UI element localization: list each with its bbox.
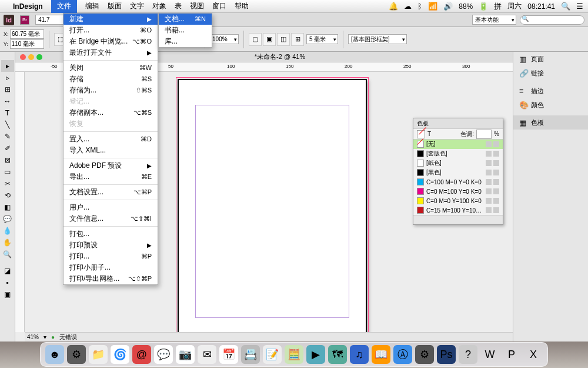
volume-icon[interactable]: 🔊	[443, 2, 453, 11]
submenu-item[interactable]: 书籍...	[159, 25, 212, 36]
zoom-pct-dropdown[interactable]: 100%	[209, 34, 239, 44]
hand-tool-icon[interactable]: ✋	[1, 237, 14, 248]
dock-app-icon[interactable]: 🌀	[111, 345, 129, 364]
dock-app-icon[interactable]: ☻	[45, 345, 64, 364]
selection-tool-icon[interactable]: ▸	[1, 60, 14, 72]
swatch-row[interactable]: [黑色]	[413, 168, 503, 177]
x-coord-input[interactable]	[10, 29, 44, 39]
input-icon[interactable]: 拼	[494, 1, 502, 12]
menu-item[interactable]: 存储副本...⌥⌘S	[64, 107, 158, 118]
scissors-tool-icon[interactable]: ✂	[1, 178, 14, 190]
menu-type[interactable]: 文字	[130, 1, 144, 11]
menu-file[interactable]: 文件	[51, 0, 77, 13]
direct-selection-tool-icon[interactable]: ▹	[1, 72, 14, 84]
panel-button[interactable]: ▦色板	[513, 115, 588, 130]
menu-table[interactable]: 表	[175, 1, 182, 11]
submenu-item[interactable]: 文档...⌘N	[159, 14, 212, 25]
dock-app-icon[interactable]: Ⓐ	[393, 345, 412, 364]
dock-app-icon[interactable]: 📇	[241, 345, 260, 364]
tint-input[interactable]	[476, 130, 492, 139]
zoom-tool-icon[interactable]: 🔍	[1, 248, 14, 260]
page-tool-icon[interactable]: ⊞	[1, 84, 14, 95]
note-tool-icon[interactable]: 💬	[1, 213, 14, 225]
type-toggle-icon[interactable]: T	[427, 131, 431, 137]
workspace-dropdown[interactable]: 基本功能	[472, 15, 516, 25]
page[interactable]	[178, 79, 367, 342]
swatch-row[interactable]: [套版色]	[413, 149, 503, 158]
pen-tool-icon[interactable]: ✎	[1, 131, 14, 142]
wifi-icon[interactable]: 📶	[428, 2, 437, 11]
menu-item[interactable]: 导入 XML...	[64, 145, 158, 156]
battery-icon[interactable]: 🔋	[479, 2, 488, 11]
submenu-item[interactable]: 库...	[159, 36, 212, 47]
menu-object[interactable]: 对象	[152, 1, 166, 11]
menu-item[interactable]: Adobe PDF 预设▶	[64, 160, 158, 171]
dock-app-icon[interactable]: P	[502, 345, 521, 364]
minimize-window-icon[interactable]	[28, 54, 34, 60]
eyedropper-tool-icon[interactable]: 💧	[1, 225, 14, 237]
dock-app-icon[interactable]: 🗺	[328, 345, 347, 364]
panel-button[interactable]: 🔗链接	[513, 66, 588, 80]
dock-app-icon[interactable]: ▶	[306, 345, 325, 364]
menu-item[interactable]: 打印...⌘P	[64, 251, 158, 262]
dock-app-icon[interactable]: W	[480, 345, 499, 364]
dock-app-icon[interactable]: 🧮	[285, 345, 303, 364]
menu-view[interactable]: 视图	[190, 1, 204, 11]
dock-app-icon[interactable]: 📖	[372, 345, 390, 364]
dock-app-icon[interactable]: ⚙	[67, 345, 86, 364]
rect-tool-icon[interactable]: ▭	[1, 166, 14, 178]
menu-item[interactable]: 打印小册子...	[64, 262, 158, 273]
color-toggle-icon[interactable]: ▪	[1, 277, 14, 289]
menu-layout[interactable]: 版面	[108, 1, 122, 11]
menu-item[interactable]: 用户...	[64, 202, 158, 213]
bluetooth-icon[interactable]: ᛒ	[417, 2, 422, 11]
app-name[interactable]: InDesign	[13, 2, 43, 11]
zoom-window-icon[interactable]	[36, 54, 42, 60]
menu-item[interactable]: 打印/导出网格...⌥⇧⌘P	[64, 273, 158, 284]
list-icon[interactable]: ☰	[576, 2, 583, 11]
search-input[interactable]	[520, 15, 584, 25]
transform-tool-icon[interactable]: ⟲	[1, 190, 14, 201]
rect-frame-tool-icon[interactable]: ⊠	[1, 154, 14, 166]
preflight-icon[interactable]: ●	[51, 334, 55, 340]
status-zoom[interactable]: 41%	[27, 334, 39, 340]
spotlight-icon[interactable]: 🔍	[561, 2, 570, 11]
dock-app-icon[interactable]: ✉	[198, 345, 216, 364]
menu-window[interactable]: 窗口	[212, 1, 226, 11]
dock-app-icon[interactable]: @	[132, 345, 151, 364]
tool-icon[interactable]: ◫	[277, 33, 290, 46]
menu-item[interactable]: 打开...⌘O	[64, 25, 158, 36]
dock-app-icon[interactable]: ♫	[350, 345, 369, 364]
gradient-tool-icon[interactable]: ◧	[1, 201, 14, 213]
tool-icon[interactable]: ▢	[249, 33, 262, 46]
dock-app-icon[interactable]: ⚙	[415, 345, 434, 364]
panel-button[interactable]: ▥页面	[513, 52, 588, 66]
dock-app-icon[interactable]: Ps	[437, 345, 456, 364]
dock-app-icon[interactable]: ?	[459, 345, 477, 364]
dock-app-icon[interactable]: 📝	[263, 345, 282, 364]
dock-app-icon[interactable]: 📷	[176, 345, 195, 364]
dock-app-icon[interactable]: 💬	[154, 345, 173, 364]
tool-icon[interactable]: ⊞	[291, 33, 304, 46]
bridge-icon[interactable]: Br	[20, 15, 29, 25]
pencil-tool-icon[interactable]: ✐	[1, 142, 14, 154]
cloud-icon[interactable]: ☁	[404, 2, 412, 11]
type-tool-icon[interactable]: T	[1, 107, 14, 119]
swatch-row[interactable]: C=15 M=100 Y=100 K=0	[413, 205, 503, 215]
menu-item[interactable]: 最近打开文件▶	[64, 47, 158, 58]
view-mode-icon[interactable]: ▣	[1, 289, 14, 300]
menu-item[interactable]: 置入...⌘D	[64, 134, 158, 145]
dock-app-icon[interactable]: X	[524, 345, 543, 364]
menu-item[interactable]: 存储⌘S	[64, 74, 158, 85]
menu-edit[interactable]: 编辑	[85, 1, 99, 11]
menu-item[interactable]: 存储为...⇧⌘S	[64, 85, 158, 96]
swatch-row[interactable]: C=100 M=0 Y=0 K=0	[413, 177, 503, 187]
size-dropdown[interactable]: 5 毫米	[306, 34, 338, 44]
vertical-ruler[interactable]	[15, 72, 25, 332]
frame-type-dropdown[interactable]: [基本图形框架]	[348, 34, 407, 44]
swatch-row[interactable]: [无]	[413, 140, 503, 149]
dock-app-icon[interactable]: 📅	[219, 345, 238, 364]
tool-icon[interactable]: ▣	[263, 33, 276, 46]
menu-help[interactable]: 帮助	[235, 1, 249, 11]
line-tool-icon[interactable]: ╲	[1, 119, 14, 131]
